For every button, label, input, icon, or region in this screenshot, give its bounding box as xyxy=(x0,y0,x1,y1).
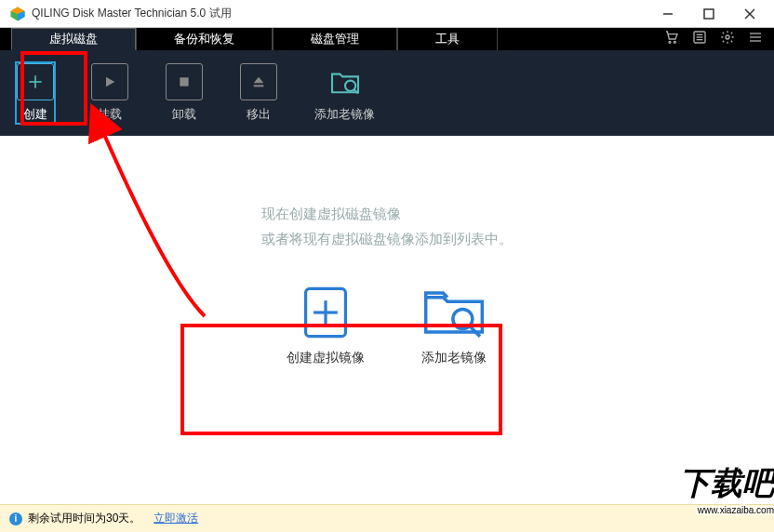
add-old-image-button[interactable]: 添加老镜像 xyxy=(314,63,375,123)
action-label: 创建虚拟镜像 xyxy=(287,350,365,366)
main-actions: 创建虚拟镜像 添加老镜像 xyxy=(255,268,519,383)
tool-label: 卸载 xyxy=(172,106,196,123)
minimize-button[interactable] xyxy=(647,0,688,28)
create-virtual-image-button[interactable]: 创建虚拟镜像 xyxy=(287,285,365,366)
hint-line: 现在创建虚拟磁盘镜像 xyxy=(261,201,513,226)
folder-icon xyxy=(327,63,364,100)
remove-button[interactable]: 移出 xyxy=(240,63,277,123)
unmount-button[interactable]: 卸载 xyxy=(166,63,203,123)
statusbar: i 剩余试用时间为30天。 立即激活 xyxy=(0,504,774,532)
action-label: 添加老镜像 xyxy=(421,350,487,366)
hint-line: 或者将现有虚拟磁盘镜像添加到列表中。 xyxy=(261,226,513,251)
main-tabs: 虚拟磁盘 备份和恢复 磁盘管理 工具 xyxy=(0,28,774,50)
svg-point-8 xyxy=(674,41,675,43)
tool-label: 添加老镜像 xyxy=(314,106,375,123)
svg-point-28 xyxy=(453,310,473,329)
titlebar: QILING Disk Master Technician 5.0 试用 xyxy=(0,0,774,28)
maximize-button[interactable] xyxy=(688,0,729,28)
plus-doc-icon xyxy=(292,285,359,340)
tab-tools[interactable]: 工具 xyxy=(397,28,498,50)
svg-point-23 xyxy=(345,81,355,91)
tab-label: 磁盘管理 xyxy=(311,31,359,47)
svg-point-7 xyxy=(669,41,671,43)
svg-marker-19 xyxy=(106,77,114,87)
svg-rect-20 xyxy=(180,77,188,86)
app-logo-icon xyxy=(9,6,26,22)
gear-icon[interactable] xyxy=(720,30,735,48)
window-controls xyxy=(647,0,770,28)
close-button[interactable] xyxy=(729,0,770,28)
create-button[interactable]: 创建 xyxy=(17,63,54,123)
menu-icon[interactable] xyxy=(748,30,763,48)
svg-rect-22 xyxy=(254,85,264,86)
tab-virtual-disk[interactable]: 虚拟磁盘 xyxy=(11,28,136,50)
eject-icon xyxy=(240,63,277,100)
cart-icon[interactable] xyxy=(664,30,679,48)
menu-icons xyxy=(664,28,774,50)
toolbar: 创建 挂载 卸载 移出 添加老镜像 xyxy=(0,50,774,136)
folder-search-icon xyxy=(420,285,487,340)
mount-button[interactable]: 挂载 xyxy=(91,63,128,123)
stop-icon xyxy=(166,63,203,100)
info-icon: i xyxy=(9,512,22,525)
tab-label: 备份和恢复 xyxy=(174,31,234,47)
tool-label: 移出 xyxy=(247,106,271,123)
list-icon[interactable] xyxy=(692,30,707,48)
play-icon xyxy=(91,63,128,100)
tab-label: 工具 xyxy=(435,31,460,47)
add-old-image-action-button[interactable]: 添加老镜像 xyxy=(420,285,487,366)
tab-label: 虚拟磁盘 xyxy=(49,31,98,47)
tab-disk-management[interactable]: 磁盘管理 xyxy=(273,28,397,50)
activate-link[interactable]: 立即激活 xyxy=(153,511,198,526)
tab-backup-restore[interactable]: 备份和恢复 xyxy=(136,28,273,50)
svg-point-13 xyxy=(726,35,729,39)
content-area: 现在创建虚拟磁盘镜像 或者将现有虚拟磁盘镜像添加到列表中。 创建虚拟镜像 添加老… xyxy=(0,136,774,504)
plus-icon xyxy=(17,63,54,100)
status-text: 剩余试用时间为30天。 xyxy=(28,511,140,526)
tool-label: 挂载 xyxy=(98,106,122,123)
svg-marker-21 xyxy=(254,77,264,84)
svg-rect-4 xyxy=(704,9,714,19)
hint-text: 现在创建虚拟磁盘镜像 或者将现有虚拟磁盘镜像添加到列表中。 xyxy=(261,201,513,251)
window-title: QILING Disk Master Technician 5.0 试用 xyxy=(32,6,647,21)
tool-label: 创建 xyxy=(23,106,47,123)
